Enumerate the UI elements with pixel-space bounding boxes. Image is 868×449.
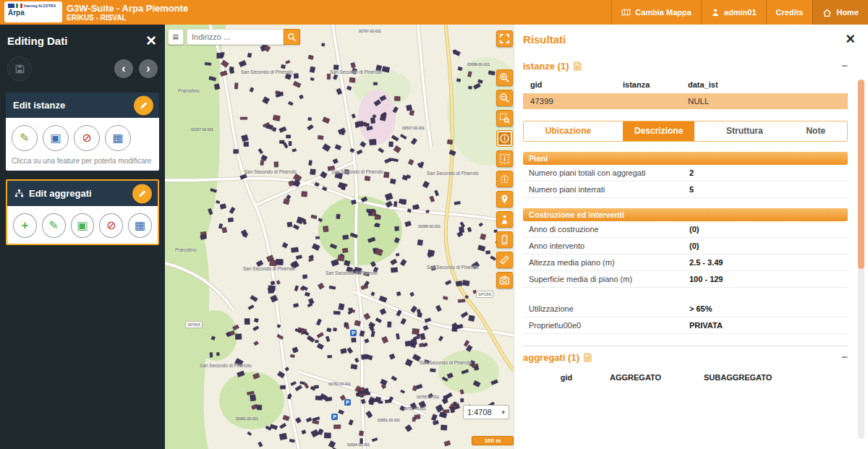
aggregati-tool-delete-part[interactable]: ⊘	[99, 213, 123, 238]
measure-button[interactable]	[496, 252, 513, 268]
screenshot-button[interactable]	[496, 272, 513, 288]
delete-part-icon: ⊘	[106, 220, 116, 231]
streetview-button[interactable]	[496, 211, 513, 228]
scale-select[interactable]: 1:4708 ▾	[463, 405, 509, 419]
istanze-tool-edit-attributes[interactable]: ▦	[105, 125, 131, 151]
attr-value: > 65%	[689, 304, 712, 313]
camera-icon	[499, 275, 510, 286]
aggregati-tool-edit-part[interactable]: ✎	[42, 213, 66, 238]
attr-label: Numero piani totali con aggregati	[529, 168, 689, 177]
nav-cambia-mappa-label: Cambia Mappa	[635, 8, 692, 17]
map-label: San Secondo di Pinerolo	[427, 171, 479, 176]
copy-part-icon: ▣	[77, 220, 88, 231]
sidebar-close-icon[interactable]: ×	[146, 33, 156, 48]
user-icon	[711, 8, 720, 17]
query-button[interactable]	[496, 130, 513, 147]
tab-descrizione[interactable]: Descrizione	[623, 121, 694, 141]
fullscreen-button[interactable]	[496, 30, 513, 47]
results-scrollbar[interactable]	[858, 80, 864, 439]
tab-ubicazione[interactable]: Ubicazione	[534, 121, 603, 141]
istanze-table-header: gid istanza data_ist	[523, 80, 848, 93]
map-label: 00797-00-001	[359, 29, 381, 33]
zoom-in-icon	[499, 72, 510, 83]
nav-credits[interactable]: Credits	[766, 0, 813, 25]
map-label: 00064-00-001	[347, 442, 370, 447]
col-istanza: istanza	[623, 80, 688, 89]
search-icon	[287, 33, 297, 42]
it-flag-icon	[16, 4, 22, 8]
marker-icon	[499, 194, 510, 205]
query-bbox-button[interactable]	[496, 150, 513, 167]
undo-button[interactable]: ‹	[114, 59, 133, 78]
edit-aggregati-header: Edit aggregati	[7, 181, 158, 206]
group-piani: Piani Numero piani totali con aggregati …	[523, 152, 848, 198]
tab-struttura[interactable]: Struttura	[715, 121, 775, 141]
sidebar-title: Editing Dati	[7, 35, 67, 47]
attr-label: Anno intervento	[529, 241, 689, 250]
attr-label: Superficie media di piano (m)	[529, 275, 689, 283]
geolocation-button[interactable]	[496, 191, 513, 208]
query-polygon-button[interactable]	[496, 171, 513, 187]
istanze-tool-add-feature[interactable]: ✎	[12, 125, 38, 151]
map-search-bar: ≡	[168, 29, 300, 45]
menu-toggle-button[interactable]: ≡	[168, 29, 184, 45]
istanze-selected-row[interactable]: 47399 NULL	[523, 93, 848, 109]
map-label: Prarostino	[175, 247, 197, 252]
pencil-icon	[137, 189, 147, 198]
aggregati-tool-add-part[interactable]: +	[13, 213, 37, 238]
map-label: 00851-00-001	[378, 418, 400, 422]
results-close-icon[interactable]: ×	[846, 32, 855, 46]
tab-note[interactable]: Note	[794, 121, 837, 141]
aggregati-tool-edit-attributes[interactable]: ▦	[128, 213, 152, 238]
map-label: San Secondo di Pinerolo	[241, 69, 293, 74]
zoom-out-icon	[499, 93, 510, 103]
attr-label: Utilizzazione	[529, 304, 689, 313]
nav-user-label: admin01	[724, 8, 757, 17]
mobile-button[interactable]	[496, 231, 513, 248]
aggregati-tool-copy-part[interactable]: ▣	[71, 213, 95, 238]
section-divider	[523, 346, 848, 346]
app-titles: G3W-Suite - Arpa Piemonte ERIKUS - RISVA…	[67, 3, 188, 22]
zoom-out-button[interactable]	[496, 90, 513, 106]
attr-label: Anno di costruzione	[529, 225, 689, 234]
zoom-to-box-button[interactable]	[496, 110, 513, 127]
nav-cambia-mappa[interactable]: Cambia Mappa	[611, 0, 701, 25]
cell-data-ist: NULL	[688, 93, 848, 109]
redo-button[interactable]: ›	[139, 59, 158, 78]
menu-icon: ≡	[173, 30, 179, 43]
col-gid: gid	[530, 80, 623, 89]
edit-aggregati-toggle-button[interactable]	[132, 184, 152, 203]
map-canvas[interactable]: San Secondo di PineroloSan Secondo di Pi…	[165, 25, 514, 449]
map-label: 00750-00-001	[328, 382, 351, 386]
col-aggregato: AGGREGATO	[610, 373, 704, 382]
istanze-tool-move-feature[interactable]: ▣	[43, 125, 69, 151]
parking-icon: P	[344, 399, 351, 406]
nav-user[interactable]: admin01	[701, 0, 766, 25]
istanze-tool-delete-feature[interactable]: ⊘	[74, 125, 100, 151]
nav-home[interactable]: Home	[812, 0, 868, 25]
attr-value: 2	[689, 168, 694, 177]
map-label: San Secondo di Pinerolo	[326, 270, 378, 275]
nav-credits-label: Credits	[776, 8, 804, 17]
attribute-row: Anno intervento (0)	[523, 238, 848, 255]
istanze-section-header: istanze (1) −	[523, 61, 848, 72]
attr-value: (0)	[689, 241, 699, 250]
editing-sidebar: Editing Dati × ‹ › Edit istanze ✎ ▣ ⊘ ▦ …	[0, 25, 165, 449]
add-feature-icon: ✎	[20, 132, 29, 144]
save-edits-button[interactable]	[7, 56, 32, 81]
map-label: 00755-00-001	[417, 395, 439, 399]
detail-tabs: Ubicazione Descrizione Struttura Note	[523, 121, 848, 142]
istanze-collapse-icon[interactable]: −	[841, 61, 848, 71]
edit-istanze-toggle-button[interactable]	[134, 95, 153, 115]
attribute-row: Superficie media di piano (m) 100 - 129	[523, 271, 848, 288]
aggregati-collapse-icon[interactable]: −	[841, 352, 848, 362]
attribute-row: Altezza media piano (m) 2.5 - 3.49	[523, 255, 848, 271]
zoom-in-button[interactable]	[496, 69, 513, 86]
group-costruzione: Costruzione ed interventi Anno di costru…	[523, 208, 848, 288]
cell-istanza	[623, 93, 688, 109]
scalebar: 100 m	[472, 436, 514, 445]
address-search-input[interactable]	[187, 29, 284, 45]
search-button[interactable]	[284, 29, 300, 45]
results-scrollbar-thumb[interactable]	[858, 80, 864, 269]
attr-label: Propriet\u00e0	[529, 321, 689, 330]
